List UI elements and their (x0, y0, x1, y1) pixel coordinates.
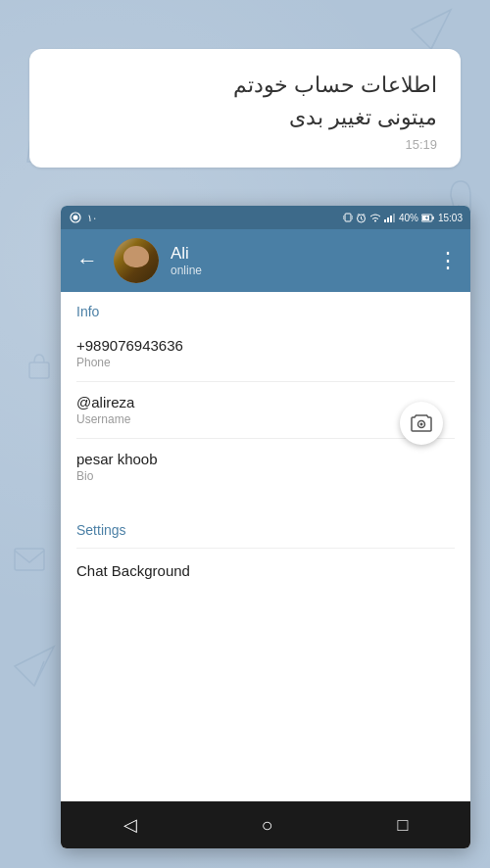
chat-bubble-time: 15:19 (53, 137, 437, 152)
info-label: Info (76, 304, 455, 319)
svg-line-0 (431, 29, 441, 49)
svg-rect-22 (393, 214, 395, 222)
header: ← Ali online ⋮ (61, 229, 470, 292)
back-button[interactable]: ← (73, 244, 102, 277)
phone-frame: ۱۰ (61, 206, 470, 848)
svg-line-15 (361, 218, 363, 219)
header-info: Ali online (171, 244, 425, 277)
svg-rect-21 (390, 216, 392, 222)
contact-status: online (171, 264, 425, 277)
avatar (114, 238, 159, 283)
bio-key: Bio (76, 469, 455, 483)
recents-nav-button[interactable]: □ (398, 815, 409, 836)
back-nav-button[interactable]: ◁ (123, 814, 137, 836)
divider-1 (76, 381, 455, 382)
divider-3 (76, 548, 455, 549)
svg-point-27 (420, 423, 423, 426)
settings-label: Settings (76, 522, 455, 538)
svg-point-9 (74, 216, 78, 220)
chat-bubble-text: اطلاعات حساب خودتم میتونی تغییر بدی (53, 69, 437, 133)
more-options-button[interactable]: ⋮ (437, 248, 459, 273)
signal-icon (69, 212, 82, 223)
home-nav-button[interactable]: ○ (262, 814, 273, 837)
phone-row[interactable]: +989076943636 Phone (76, 329, 455, 377)
network-label: ۱۰ (87, 213, 97, 223)
wifi-icon (369, 213, 381, 222)
svg-point-18 (374, 220, 376, 222)
svg-rect-10 (345, 214, 351, 221)
contact-name: Ali (171, 244, 425, 264)
bottom-nav: ◁ ○ □ (61, 801, 470, 848)
battery-icon (421, 214, 435, 222)
bio-value: pesar khoob (76, 451, 455, 467)
svg-line-5 (34, 661, 44, 686)
settings-section: Settings Chat Background (61, 510, 470, 601)
chat-background-row[interactable]: Chat Background (76, 553, 455, 589)
camera-button[interactable] (400, 402, 443, 445)
info-section: Info +989076943636 Phone @alireza Userna… (61, 292, 470, 503)
username-row[interactable]: @alireza Username (76, 386, 455, 434)
username-value: @alireza (76, 394, 455, 410)
time-display: 15:03 (438, 213, 463, 223)
battery-percent: 40% (399, 213, 418, 223)
status-left: ۱۰ (69, 212, 97, 223)
svg-rect-20 (387, 217, 389, 222)
status-bar: ۱۰ (61, 206, 470, 229)
vibrate-icon (343, 212, 353, 223)
divider-2 (76, 438, 455, 439)
signal-bars-icon (384, 213, 396, 222)
svg-rect-19 (384, 219, 386, 222)
phone-value: +989076943636 (76, 337, 455, 354)
username-key: Username (76, 412, 455, 426)
camera-icon (411, 414, 432, 432)
spacer (61, 601, 470, 659)
phone-key: Phone (76, 356, 455, 369)
alarm-icon (356, 213, 367, 223)
bio-row[interactable]: pesar khoob Bio (76, 443, 455, 491)
chat-bubble: اطلاعات حساب خودتم میتونی تغییر بدی 15:1… (29, 49, 461, 168)
status-right: 40% 15:03 (343, 212, 463, 223)
svg-rect-1 (29, 362, 49, 378)
chat-background-label: Chat Background (76, 562, 455, 579)
svg-rect-2 (15, 549, 44, 570)
profile-content: Info +989076943636 Phone @alireza Userna… (61, 292, 470, 659)
